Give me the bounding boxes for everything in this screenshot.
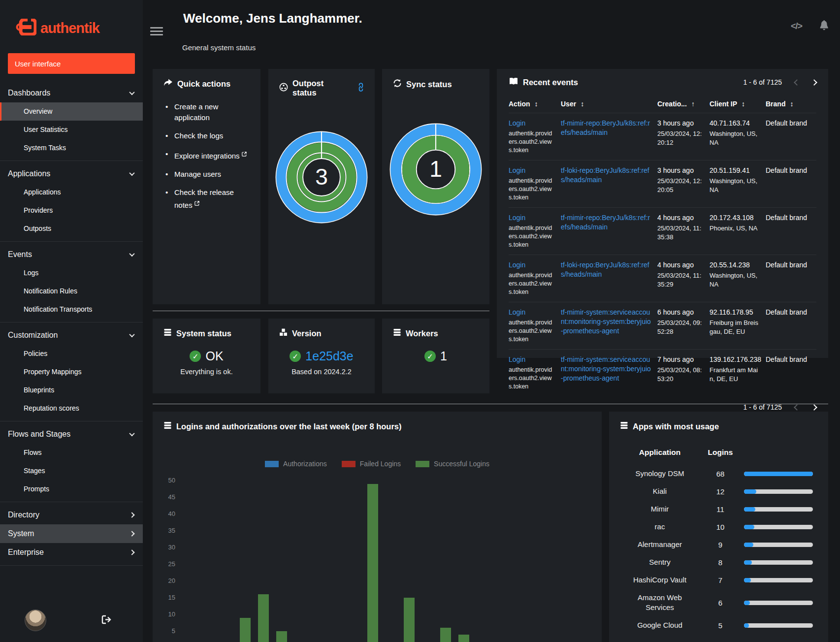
sidebar-section-label: Applications xyxy=(8,169,50,178)
sidebar-item-logs[interactable]: Logs xyxy=(0,264,143,282)
sidebar-section-enterprise[interactable]: Enterprise xyxy=(0,543,143,562)
sidebar-item-outposts[interactable]: Outposts xyxy=(0,220,143,238)
quick-action-create-a-new-application[interactable]: Create a new application xyxy=(164,101,249,123)
event-action-link[interactable]: Login xyxy=(509,119,525,127)
avatar[interactable] xyxy=(25,610,46,631)
event-user-link[interactable]: tf-mimir-system:serviceaccount:monitorin… xyxy=(561,355,651,382)
event-user-link[interactable]: tf-loki-repo:BeryJu/k8s:ref:refs/heads/m… xyxy=(561,166,649,184)
event-client-ip-cell: 92.116.178.95Freiburg im Breisgau, DE, E… xyxy=(710,302,766,349)
quick-action-check-the-release-notes[interactable]: Check the release notes xyxy=(164,187,249,211)
pagination-prev-icon[interactable] xyxy=(794,404,800,411)
authentik-logo-icon xyxy=(16,19,36,37)
chart-bar xyxy=(404,598,415,642)
pagination-next-icon[interactable] xyxy=(811,79,817,86)
column-label: User xyxy=(561,100,576,108)
events-column-client-ip[interactable]: Client IP↕ xyxy=(710,96,766,113)
events-column-creatio[interactable]: Creatio...↑ xyxy=(657,96,710,113)
sort-icon[interactable]: ↕ xyxy=(742,100,745,108)
sidebar-section-label: Flows and Stages xyxy=(8,430,70,439)
sidebar-section-customization[interactable]: Customization xyxy=(0,326,143,345)
event-action-detail: authentik.providers.oauth2.views.token xyxy=(509,224,555,249)
authentik-logo[interactable]: authentik xyxy=(0,0,143,41)
sort-icon[interactable]: ↕ xyxy=(535,100,538,108)
api-code-icon[interactable]: </> xyxy=(791,21,802,32)
event-user-cell: tf-mimir-system:serviceaccount:monitorin… xyxy=(561,350,657,396)
legend-item-successful-logins[interactable]: Successful Logins xyxy=(416,460,489,468)
sidebar-section-applications[interactable]: Applications xyxy=(0,164,143,183)
sidebar-item-notification-rules[interactable]: Notification Rules xyxy=(0,282,143,300)
outpost-status-donut: 3 xyxy=(268,130,375,225)
logout-icon[interactable] xyxy=(101,615,112,626)
outpost-link-icon[interactable] xyxy=(357,83,365,93)
recent-events-card: Recent events 1 - 6 of 7125 Action↕User↕… xyxy=(497,69,828,358)
sidebar-section-events[interactable]: Events xyxy=(0,245,143,264)
event-user-link[interactable]: tf-mimir-system:serviceaccount:monitorin… xyxy=(561,308,651,335)
event-action-link[interactable]: Login xyxy=(509,355,525,363)
chevron-down-icon xyxy=(129,431,134,436)
system-status-card: System status ✓ OK Everything is ok. xyxy=(153,319,260,393)
event-action-cell: Loginauthentik.providers.oauth2.views.to… xyxy=(509,208,561,255)
sidebar-section-dashboards[interactable]: Dashboards xyxy=(0,84,143,102)
sidebar-item-user-statistics[interactable]: User Statistics xyxy=(0,121,143,139)
event-action-link[interactable]: Login xyxy=(509,214,525,222)
apps-col-logins: Logins xyxy=(699,448,742,465)
progress-track xyxy=(744,543,813,547)
event-action-link[interactable]: Login xyxy=(509,261,525,269)
sidebar-section-directory[interactable]: Directory xyxy=(0,506,143,524)
sidebar-item-overview[interactable]: Overview xyxy=(0,102,143,121)
sidebar-item-system-tasks[interactable]: System Tasks xyxy=(0,139,143,157)
notifications-bell-icon[interactable] xyxy=(819,20,829,32)
sidebar-item-flows[interactable]: Flows xyxy=(0,444,143,462)
event-user-link[interactable]: tf-loki-repo:BeryJu/k8s:ref:refs/heads/m… xyxy=(561,261,649,278)
events-column-brand[interactable]: Brand↕ xyxy=(766,96,816,113)
quick-action-label: Manage users xyxy=(174,170,221,178)
event-action-detail: authentik.providers.oauth2.views.token xyxy=(509,177,555,202)
sidebar-item-prompts[interactable]: Prompts xyxy=(0,480,143,498)
event-user-link[interactable]: tf-mimir-repo:BeryJu/k8s:ref:refs/heads/… xyxy=(561,214,650,231)
sidebar-item-blueprints[interactable]: Blueprints xyxy=(0,381,143,399)
version-value-link[interactable]: 1e25d3e xyxy=(305,349,353,363)
workers-title: Workers xyxy=(406,329,438,338)
pagination-prev-icon[interactable] xyxy=(794,79,800,86)
pagination-next-icon[interactable] xyxy=(811,404,817,411)
legend-label: Successful Logins xyxy=(434,460,489,468)
progress-fill xyxy=(744,578,751,582)
app-usage-logins: 7 xyxy=(699,576,742,584)
event-location: Phoenix, US, NA xyxy=(710,224,760,233)
app-usage-bar xyxy=(742,489,816,494)
app-usage-logins: 5 xyxy=(699,621,742,630)
events-pagination-top: 1 - 6 of 7125 xyxy=(743,78,816,86)
sidebar-item-reputation-scores[interactable]: Reputation scores xyxy=(0,399,143,417)
sidebar-item-stages[interactable]: Stages xyxy=(0,462,143,480)
sidebar-item-providers[interactable]: Providers xyxy=(0,201,143,220)
sidebar-section-flows-and-stages[interactable]: Flows and Stages xyxy=(0,425,143,444)
recent-events-title: Recent events xyxy=(523,78,578,87)
events-column-user[interactable]: User↕ xyxy=(561,96,657,113)
events-column-action[interactable]: Action↕ xyxy=(509,96,561,113)
sort-asc-icon[interactable]: ↑ xyxy=(691,100,695,108)
event-action-link[interactable]: Login xyxy=(509,308,525,316)
sort-icon[interactable]: ↕ xyxy=(581,100,584,108)
quick-action-check-the-logs[interactable]: Check the logs xyxy=(164,130,249,141)
sidebar-item-property-mappings[interactable]: Property Mappings xyxy=(0,363,143,381)
sidebar-section-system[interactable]: System xyxy=(0,524,143,543)
chart-bar xyxy=(240,618,251,642)
sidebar-item-applications[interactable]: Applications xyxy=(0,183,143,201)
sidebar-item-notification-transports[interactable]: Notification Transports xyxy=(0,300,143,319)
user-interface-button[interactable]: User interface xyxy=(8,53,135,74)
sidebar-toggle-icon[interactable] xyxy=(150,27,163,37)
event-timestamp: 25/03/2024, 12:20:12 xyxy=(657,129,704,147)
event-user-link[interactable]: tf-mimir-repo:BeryJu/k8s:ref:refs/heads/… xyxy=(561,119,650,136)
app-usage-logins: 9 xyxy=(699,541,742,549)
event-creation-cell: 3 hours ago25/03/2024, 12:20:12 xyxy=(657,113,710,160)
sidebar-divider xyxy=(0,565,143,566)
legend-item-failed-logins[interactable]: Failed Logins xyxy=(342,460,401,468)
chevron-down-icon xyxy=(129,170,134,176)
quick-action-explore-integrations[interactable]: Explore integrations xyxy=(164,149,249,161)
sort-icon[interactable]: ↕ xyxy=(790,100,793,108)
legend-item-authorizations[interactable]: Authorizations xyxy=(265,460,327,468)
sidebar-item-policies[interactable]: Policies xyxy=(0,345,143,363)
quick-action-manage-users[interactable]: Manage users xyxy=(164,169,249,180)
event-location: Washington, US, NA xyxy=(710,271,760,289)
event-action-link[interactable]: Login xyxy=(509,166,525,174)
